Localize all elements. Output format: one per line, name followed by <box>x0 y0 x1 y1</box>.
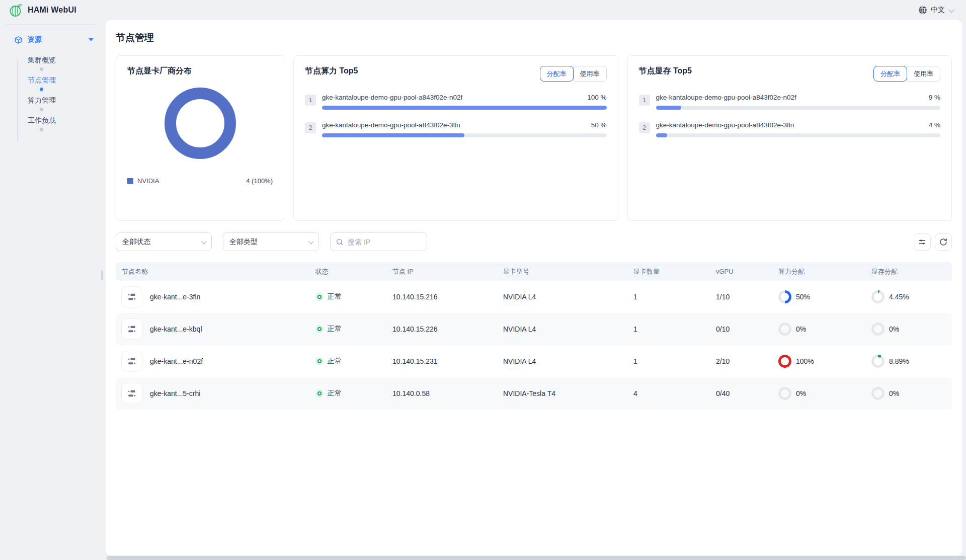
toggle-allocation-rate[interactable]: 分配率 <box>540 66 574 82</box>
card-compute-top5: 节点算力 Top5 分配率 使用率 1 gke-kantaloupe-demo-… <box>293 55 618 221</box>
memory-allocation: 8.89% <box>871 355 952 368</box>
status-filter-select[interactable]: 全部状态 <box>116 232 212 251</box>
status-badge: 正常 <box>315 357 392 366</box>
compute-ring-icon <box>778 387 791 400</box>
gpu-count: 1 <box>633 325 716 333</box>
memory-percent: 4.45% <box>889 293 909 301</box>
table-row[interactable]: gke-kant...e-kbql 正常 10.140.15.226 NVIDI… <box>116 313 952 345</box>
node-name: gke-kantaloupe-demo-gpu-pool-a843f02e-3f… <box>656 121 794 129</box>
legend-label: NVIDIA <box>137 177 159 185</box>
brand: HAMi WebUI <box>9 4 76 17</box>
globe-icon <box>918 6 927 15</box>
node-value: 4 % <box>929 121 940 129</box>
vgpu-ratio: 0/40 <box>716 389 778 397</box>
memory-percent: 0% <box>889 389 899 397</box>
tree-dot-icon <box>40 128 43 131</box>
node-name: gke-kant...5-crhi <box>150 389 200 397</box>
status-badge: 正常 <box>315 389 392 398</box>
toggle-usage-rate[interactable]: 使用率 <box>907 66 940 82</box>
vgpu-ratio: 1/10 <box>716 293 778 301</box>
table-row[interactable]: gke-kant...e-n02f 正常 10.140.15.231 NVIDI… <box>116 345 952 377</box>
sidebar-group-resources[interactable]: 资源 <box>6 31 99 48</box>
type-filter-select[interactable]: 全部类型 <box>223 232 319 251</box>
compute-ring-icon <box>778 290 791 303</box>
app-title: HAMi WebUI <box>28 6 76 15</box>
node-icon <box>122 383 142 404</box>
status-label: 正常 <box>328 357 342 366</box>
node-ip: 10.140.15.226 <box>392 325 503 333</box>
sidebar-item-label: 节点管理 <box>28 76 56 85</box>
status-label: 正常 <box>328 325 342 334</box>
list-item: 1 gke-kantaloupe-demo-gpu-pool-a843f02e-… <box>305 94 607 110</box>
gpu-count: 1 <box>633 357 716 365</box>
memory-top5-list: 1 gke-kantaloupe-demo-gpu-pool-a843f02e-… <box>639 94 941 137</box>
gpu-model: NVIDIA L4 <box>503 357 633 365</box>
compute-allocation: 0% <box>778 387 871 400</box>
node-name: gke-kantaloupe-demo-gpu-pool-a843f02e-n0… <box>656 94 796 101</box>
memory-rate-toggle: 分配率 使用率 <box>873 66 940 82</box>
sidebar-item-cluster-overview[interactable]: 集群概览 <box>0 50 106 70</box>
toggle-allocation-rate[interactable]: 分配率 <box>873 66 907 82</box>
memory-ring-icon <box>871 323 884 336</box>
col-memory-allocation: 显存分配 <box>871 267 952 276</box>
status-ok-icon <box>315 325 324 333</box>
status-ok-icon <box>315 357 324 365</box>
rank-badge: 2 <box>305 122 316 133</box>
card-title: 节点算力 Top5 <box>305 66 358 76</box>
page-title: 节点管理 <box>116 31 952 44</box>
memory-allocation: 4.45% <box>871 290 952 303</box>
list-item: 2 gke-kantaloupe-demo-gpu-pool-a843f02e-… <box>639 121 941 137</box>
card-title: 节点显卡厂商分布 <box>127 66 273 76</box>
progress-bar <box>322 106 607 110</box>
refresh-icon <box>939 237 948 247</box>
caret-down-icon <box>89 38 94 41</box>
refresh-button[interactable] <box>935 233 952 251</box>
table-settings-button[interactable] <box>914 233 931 251</box>
compute-percent: 100% <box>796 357 814 365</box>
progress-bar <box>322 133 607 137</box>
language-label: 中文 <box>931 6 945 15</box>
sidebar-resize-handle[interactable] <box>101 271 103 280</box>
col-status: 状态 <box>315 267 392 276</box>
ip-search-box[interactable] <box>330 232 427 251</box>
compute-ring-icon <box>778 355 791 368</box>
sidebar-tree: 集群概览 节点管理 算力管理 工作负载 <box>0 50 106 131</box>
sidebar-item-label: 工作负载 <box>28 116 56 125</box>
sidebar: 资源 集群概览 节点管理 算力管理 工作负载 <box>0 20 106 560</box>
node-name: gke-kant...e-kbql <box>150 325 202 333</box>
vendor-donut-chart <box>127 88 273 159</box>
table-row[interactable]: gke-kant...5-crhi 正常 10.140.0.58 NVIDIA-… <box>116 377 952 410</box>
table-settings-icon <box>918 237 927 247</box>
progress-fill <box>656 133 668 137</box>
language-selector[interactable]: 中文 <box>918 6 953 15</box>
node-icon <box>122 287 142 307</box>
node-value: 9 % <box>929 94 940 101</box>
table-toolbar: 全部状态 全部类型 <box>116 232 952 251</box>
node-ip: 10.140.15.231 <box>392 357 503 365</box>
status-ok-icon <box>315 389 324 397</box>
compute-allocation: 0% <box>778 323 871 336</box>
card-title: 节点显存 Top5 <box>639 66 692 76</box>
sidebar-group-label: 资源 <box>28 35 84 44</box>
sidebar-item-compute-management[interactable]: 算力管理 <box>0 91 106 111</box>
col-compute-allocation: 算力分配 <box>778 267 871 276</box>
node-name: gke-kantaloupe-demo-gpu-pool-a843f02e-3f… <box>322 121 460 129</box>
gpu-model: NVIDIA-Tesla T4 <box>503 389 633 397</box>
search-input[interactable] <box>348 238 413 246</box>
sidebar-item-node-management[interactable]: 节点管理 <box>0 70 106 91</box>
nodes-table: 节点名称 状态 节点 IP 显卡型号 显卡数量 vGPU 算力分配 显存分配 <box>116 262 952 410</box>
type-filter-value: 全部类型 <box>229 237 258 247</box>
summary-cards: 节点显卡厂商分布 NVIDIA 4 (100%) 节点算力 Top5 分配率 使… <box>116 55 952 221</box>
sidebar-item-workloads[interactable]: 工作负载 <box>0 111 106 131</box>
horizontal-scrollbar[interactable] <box>107 556 966 560</box>
status-label: 正常 <box>328 292 342 301</box>
status-ok-icon <box>315 293 324 301</box>
sidebar-divider <box>5 24 95 25</box>
table-row[interactable]: gke-kant...e-3fln 正常 10.140.15.216 NVIDI… <box>116 281 952 313</box>
toggle-usage-rate[interactable]: 使用率 <box>573 66 607 82</box>
memory-percent: 8.89% <box>889 357 909 365</box>
legend-item-nvidia: NVIDIA 4 (100%) <box>127 177 273 185</box>
progress-fill <box>656 106 682 110</box>
node-name: gke-kant...e-3fln <box>150 293 200 301</box>
status-filter-value: 全部状态 <box>122 237 150 247</box>
